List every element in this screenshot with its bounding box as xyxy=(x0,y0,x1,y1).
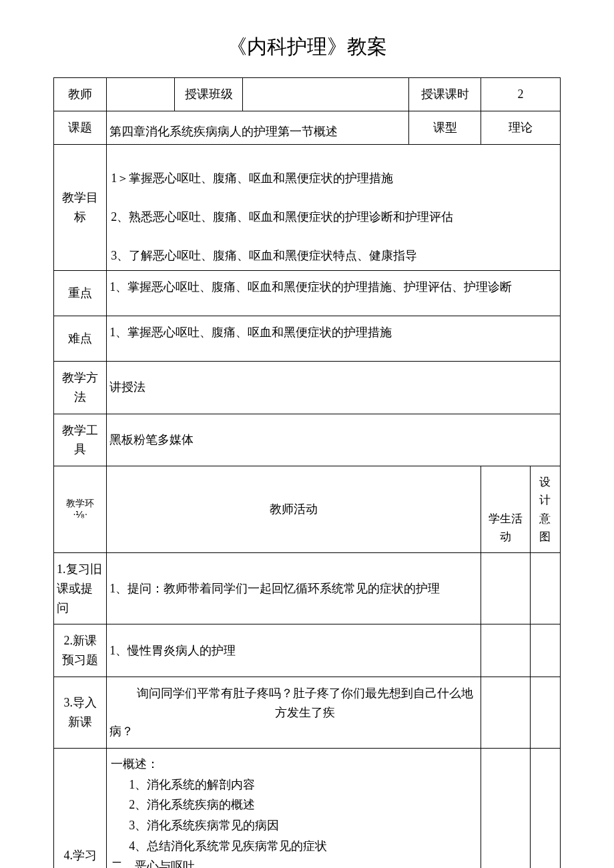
section4-intent xyxy=(530,749,560,868)
goals-value: 1＞掌握恶心呕吐、腹痛、呕血和黑便症状的护理措施 2、熟悉恶心呕吐、腹痛、呕血和… xyxy=(107,144,561,271)
table-row: 1.复习旧课或提问 1、提问：教师带着同学们一起回忆循环系统常见的症状的护理 xyxy=(54,552,561,624)
design-intent-header: 设计意图 xyxy=(530,466,560,553)
section2-intent xyxy=(530,624,560,677)
section1-content: 1、提问：教师带着同学们一起回忆循环系统常见的症状的护理 xyxy=(107,552,481,624)
table-row: 4.学习新知 一概述： 1、消化系统的解剖内容 2、消化系统疾病的概述 3、消化… xyxy=(54,749,561,868)
goal-line: 3、了解恶心呕吐、腹痛、呕血和黑便症状特点、健康指导 xyxy=(111,249,417,262)
table-row: 教师 授课班级 授课课时 2 xyxy=(54,78,561,111)
difficulty-value: 1、掌握恶心呕吐、腹痛、呕血和黑便症状的护理措施 xyxy=(107,316,561,362)
table-row: 课题 第四章消化系统疾病病人的护理第一节概述 课型 理论 xyxy=(54,111,561,144)
section4-line: 二、恶心与呕吐 xyxy=(111,856,477,868)
class-value xyxy=(243,78,409,111)
section2-content: 1、慢性胃炎病人的护理 xyxy=(107,624,481,677)
type-value: 理论 xyxy=(481,111,561,144)
goal-line: 1＞掌握恶心呕吐、腹痛、呕血和黑便症状的护理措施 xyxy=(111,171,393,185)
section1-intent xyxy=(530,552,560,624)
hours-label: 授课课时 xyxy=(409,78,481,111)
section4-line: 一概述： xyxy=(111,754,477,775)
goals-label: 教学目标 xyxy=(54,144,107,271)
table-row: 重点 1、掌握恶心呕吐、腹痛、呕血和黑便症状的护理措施、护理评估、护理诊断 xyxy=(54,271,561,316)
section2-label: 2.新课预习题 xyxy=(54,624,107,677)
section1-label: 1.复习旧课或提问 xyxy=(54,552,107,624)
goal-line: 2、熟悉恶心呕吐、腹痛、呕血和黑便症状的护理诊断和护理评估 xyxy=(111,210,453,224)
section2-student xyxy=(481,624,531,677)
section4-line: 2、消化系统疾病的概述 xyxy=(111,795,477,815)
class-label: 授课班级 xyxy=(175,78,243,111)
topic-value: 第四章消化系统疾病病人的护理第一节概述 xyxy=(107,111,409,144)
segment-line2: ·⅟₈· xyxy=(73,510,87,520)
table-row: 2.新课预习题 1、慢性胃炎病人的护理 xyxy=(54,624,561,677)
section4-line: 4、总结消化系统常见疾病常见的症状 xyxy=(111,836,477,857)
section1-student xyxy=(481,552,531,624)
tools-label: 教学工具 xyxy=(54,414,107,466)
table-row: 教学方法 讲授法 xyxy=(54,361,561,414)
section4-student xyxy=(481,749,531,868)
teacher-label: 教师 xyxy=(54,78,107,111)
table-row: 教学目标 1＞掌握恶心呕吐、腹痛、呕血和黑便症状的护理措施 2、熟悉恶心呕吐、腹… xyxy=(54,144,561,271)
teacher-value xyxy=(107,78,175,111)
section4-line: 3、消化系统疾病常见的病因 xyxy=(111,815,477,836)
table-row: 3.导入新课 询问同学们平常有肚子疼吗？肚子疼了你们最先想到自己什么地方发生了疾… xyxy=(54,677,561,748)
difficulty-label: 难点 xyxy=(54,316,107,362)
keypoint-label: 重点 xyxy=(54,271,107,316)
student-activity-header: 学生活动 xyxy=(481,466,531,553)
teacher-activity-header: 教师活动 xyxy=(107,466,481,553)
section3-line2: 病？ xyxy=(109,722,477,741)
section4-line: 1、消化系统的解剖内容 xyxy=(111,775,477,795)
method-value: 讲授法 xyxy=(107,361,561,414)
type-label: 课型 xyxy=(409,111,481,144)
table-row: 难点 1、掌握恶心呕吐、腹痛、呕血和黑便症状的护理措施 xyxy=(54,316,561,362)
section3-label: 3.导入新课 xyxy=(54,677,107,748)
method-label: 教学方法 xyxy=(54,361,107,414)
lesson-plan-table: 教师 授课班级 授课课时 2 课题 第四章消化系统疾病病人的护理第一节概述 课型… xyxy=(53,77,561,868)
hours-value: 2 xyxy=(481,78,561,111)
section3-student xyxy=(481,677,531,748)
tools-value: 黑板粉笔多媒体 xyxy=(107,414,561,466)
page-title: 《内科护理》教案 xyxy=(53,33,561,61)
section3-content: 询问同学们平常有肚子疼吗？肚子疼了你们最先想到自己什么地方发生了疾 病？ xyxy=(107,677,481,748)
keypoint-value: 1、掌握恶心呕吐、腹痛、呕血和黑便症状的护理措施、护理评估、护理诊断 xyxy=(107,271,561,316)
segment-header: 教学环 ·⅟₈· xyxy=(54,466,107,553)
section3-intent xyxy=(530,677,560,748)
section4-label: 4.学习新知 xyxy=(54,749,107,868)
table-row: 教学环 ·⅟₈· 教师活动 学生活动 设计意图 xyxy=(54,466,561,553)
segment-line1: 教学环 xyxy=(66,498,94,508)
table-row: 教学工具 黑板粉笔多媒体 xyxy=(54,414,561,466)
topic-label: 课题 xyxy=(54,111,107,144)
section4-content: 一概述： 1、消化系统的解剖内容 2、消化系统疾病的概述 3、消化系统疾病常见的… xyxy=(107,749,481,868)
section3-line1: 询问同学们平常有肚子疼吗？肚子疼了你们最先想到自己什么地方发生了疾 xyxy=(109,684,477,723)
